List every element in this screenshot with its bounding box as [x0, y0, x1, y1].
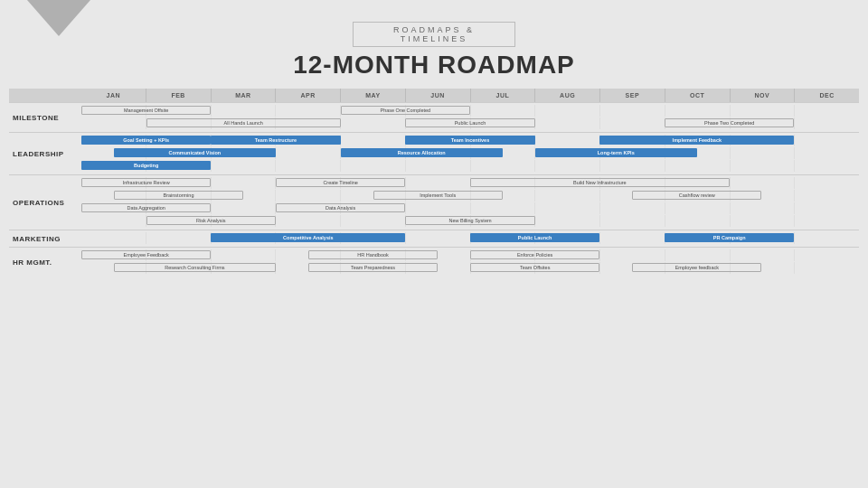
subtitle: ROADMAPS & TIMELINES: [353, 22, 515, 47]
section-operations: OPERATIONSInfrastructure ReviewCreate Ti…: [9, 174, 859, 230]
content-row: Budgeting: [81, 160, 859, 172]
bar-item: Infrastructure Review: [81, 178, 211, 187]
content-row: Communicated VisionResource AllocationLo…: [81, 147, 859, 159]
month-header-row: JANFEBMARAPRMAYJUNJULAUGSEPOCTNOVDEC: [9, 89, 859, 102]
month-cell-aug: AUG: [535, 89, 600, 102]
bar-item: Resource Allocation: [341, 148, 503, 157]
month-cell-oct: OCT: [665, 89, 731, 102]
roadmap-wrapper: JANFEBMARAPRMAYJUNJULAUGSEPOCTNOVDECMILE…: [9, 89, 859, 277]
bar-item: Cashflow review: [632, 191, 761, 200]
bar-item: Data Aggregation: [81, 203, 211, 212]
bar-item: Long-term KPIs: [535, 148, 697, 157]
section-content-marketing: Competitive AnalysisPublic LaunchPR Camp…: [81, 230, 859, 247]
bar-item: Goal Setting + KPIs: [81, 136, 211, 145]
bar-item: Management Offsite: [81, 106, 211, 115]
month-cell-jul: JUL: [471, 89, 536, 102]
bar-item: Build New Infrastructure: [470, 178, 730, 187]
content-row: Research Consulting FirmsTeam Preparedne…: [81, 262, 859, 274]
section-label-operations: OPERATIONS: [9, 175, 81, 230]
section-milestone: MILESTONEManagement OffsitePhase One Com…: [9, 102, 859, 132]
section-hr: HR MGMT.Employee FeedbackHR HandbookEnfo…: [9, 247, 859, 277]
bar-item: Data Analysis: [276, 203, 405, 212]
content-row: Competitive AnalysisPublic LaunchPR Camp…: [81, 232, 859, 244]
bar-item: Employee feedback: [632, 263, 761, 272]
section-label-marketing: MARKETING: [9, 230, 81, 247]
bar-item: Research Consulting Firms: [114, 263, 276, 272]
content-row: Employee FeedbackHR HandbookEnforce Poli…: [81, 249, 859, 261]
bar-item: PR Campaign: [665, 233, 794, 242]
section-content-operations: Infrastructure ReviewCreate TimelineBuil…: [81, 175, 859, 230]
bar-item: New Billing System: [405, 216, 534, 225]
bar-item: Implement Tools: [373, 191, 503, 200]
month-cell-jun: JUN: [406, 89, 471, 102]
bar-item: Team Incentives: [405, 136, 534, 145]
content-row: BrainstormingImplement ToolsCashflow rev…: [81, 190, 859, 202]
bar-item: All Hands Launch: [146, 118, 341, 127]
month-cell-apr: APR: [276, 89, 341, 102]
bar-item: HR Handbook: [308, 250, 438, 259]
content-row: Data AggregationData Analysis: [81, 202, 859, 214]
section-content-milestone: Management OffsitePhase One CompletedAll…: [81, 103, 859, 132]
content-row: Management OffsitePhase One Completed: [81, 105, 859, 117]
bar-item: Employee Feedback: [81, 250, 211, 259]
bar-item: Communicated Vision: [114, 148, 276, 157]
bar-item: Brainstorming: [114, 191, 243, 200]
month-cell-may: MAY: [341, 89, 406, 102]
section-label-hr: HR MGMT.: [9, 248, 81, 277]
content-row: All Hands LaunchPublic LaunchPhase Two C…: [81, 117, 859, 129]
section-marketing: MARKETINGCompetitive AnalysisPublic Laun…: [9, 230, 859, 247]
section-label-milestone: MILESTONE: [9, 103, 81, 132]
bar-item: Risk Analysis: [146, 216, 276, 225]
bar-item: Budgeting: [81, 161, 211, 170]
month-cell-feb: FEB: [146, 89, 212, 102]
bar-item: Team Preparedness: [308, 263, 438, 272]
bar-item: Public Launch: [405, 118, 534, 127]
section-content-leadership: Goal Setting + KPIsTeam RestructureTeam …: [81, 133, 859, 174]
bar-item: Competitive Analysis: [211, 233, 405, 242]
section-content-hr: Employee FeedbackHR HandbookEnforce Poli…: [81, 248, 859, 277]
decorative-triangle: [27, 0, 90, 36]
bar-item: Phase Two Completed: [665, 118, 794, 127]
section-leadership: LEADERSHIPGoal Setting + KPIsTeam Restru…: [9, 132, 859, 174]
bar-item: Team Restructure: [211, 136, 340, 145]
month-cell-jan: JAN: [81, 89, 146, 102]
month-cell-dec: DEC: [795, 89, 859, 102]
bar-item: Create Timeline: [276, 178, 405, 187]
bar-item: Team Offsites: [470, 263, 599, 272]
content-row: Goal Setting + KPIsTeam RestructureTeam …: [81, 135, 859, 146]
section-label-leadership: LEADERSHIP: [9, 133, 81, 174]
content-row: Infrastructure ReviewCreate TimelineBuil…: [81, 177, 859, 189]
bar-item: Enforce Policies: [470, 250, 599, 259]
month-cell-mar: MAR: [212, 89, 277, 102]
main-title: 12-MONTH ROADMAP: [9, 51, 859, 80]
content-row: Risk AnalysisNew Billing System: [81, 215, 859, 227]
bar-item: Phase One Completed: [341, 106, 470, 115]
main-container: ROADMAPS & TIMELINES 12-MONTH ROADMAP JA…: [9, 0, 859, 277]
month-cell-nov: NOV: [731, 89, 796, 102]
month-cell-sep: SEP: [600, 89, 665, 102]
bar-item: Implement Feedback: [599, 136, 794, 145]
bar-item: Public Launch: [470, 233, 599, 242]
